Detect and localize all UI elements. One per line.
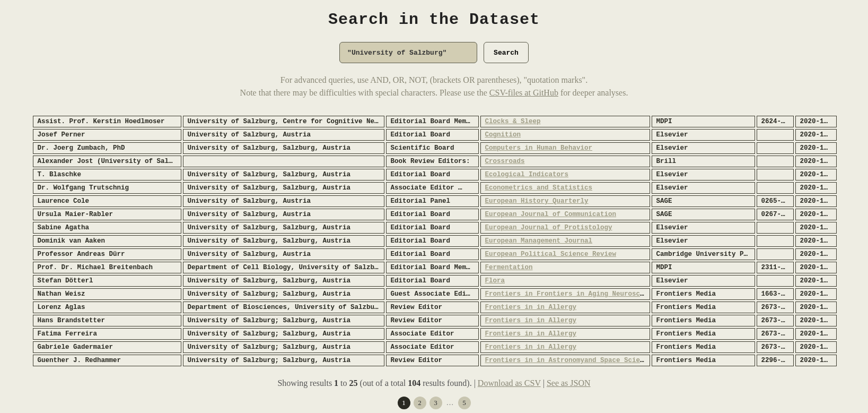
table-row: Alexander Jost (University of SalzburgBo… xyxy=(33,156,837,167)
role-cell: Review Editor xyxy=(386,302,479,313)
csv-github-link[interactable]: CSV-files at GitHub xyxy=(489,88,558,97)
issn-cell xyxy=(757,235,794,247)
journal-cell: European Political Science Review xyxy=(480,248,650,260)
summary-prefix: Showing results xyxy=(277,378,334,388)
editor-cell: Fatima Ferreira xyxy=(33,328,181,340)
table-row: Hans BrandstetterUniversity of Salzburg;… xyxy=(33,315,837,326)
editor-cell: Sabine Agatha xyxy=(33,222,181,234)
journal-link[interactable]: European Journal of Protistology xyxy=(485,224,612,231)
affiliation-cell: University of Salzburg; Salzburg, Austri… xyxy=(183,288,384,300)
see-json-link[interactable]: See as JSON xyxy=(547,378,591,388)
table-row: Dr. Joerg Zumbach, PhDUniversity of Salz… xyxy=(33,142,837,154)
hints-line1: For advanced queries, use AND, OR, NOT, … xyxy=(280,75,588,84)
publisher-cell: Elsevier xyxy=(652,222,755,234)
table-row: Nathan WeiszUniversity of Salzburg; Salz… xyxy=(33,288,837,300)
journal-link[interactable]: Clocks & Sleep xyxy=(485,118,541,125)
editor-cell: Ursula Maier-Rabler xyxy=(33,209,181,220)
journal-link[interactable]: European Management Journal xyxy=(485,237,593,245)
editor-cell: Hans Brandstetter xyxy=(33,315,181,326)
page-3-button[interactable]: 3 xyxy=(429,397,442,409)
journal-cell: Clocks & Sleep xyxy=(480,116,650,127)
search-row: Search xyxy=(31,42,837,63)
publisher-cell: MDPI xyxy=(652,116,755,127)
journal-link[interactable]: Econometrics and Statistics xyxy=(485,184,593,192)
journal-cell: Frontiers in Frontiers in Aging Neurosci… xyxy=(480,288,650,300)
editor-cell: Dr. Joerg Zumbach, PhD xyxy=(33,142,181,154)
affiliation-cell: University of Salzburg, Salzburg, Austri… xyxy=(183,222,384,234)
date-cell: 2020-12-21 xyxy=(795,328,837,340)
journal-link[interactable]: Frontiers in in Allergy xyxy=(485,330,577,338)
search-button[interactable]: Search xyxy=(484,42,529,63)
publisher-cell: Frontiers Media xyxy=(652,328,755,340)
date-cell: 2020-12-14 xyxy=(795,195,837,207)
table-row: Laurence ColeUniversity of Salzburg, Aus… xyxy=(33,195,837,207)
role-cell: Editorial Board xyxy=(386,275,479,287)
journal-cell: Computers in Human Behavior xyxy=(480,142,650,154)
date-cell: 2020-12-16 xyxy=(795,235,837,247)
editor-cell: Guenther J. Redhammer xyxy=(33,355,181,366)
issn-cell: 2624-5175 xyxy=(757,116,794,127)
journal-link[interactable]: Cognition xyxy=(485,131,521,139)
affiliation-cell: University of Salzburg; Salzburg, Austri… xyxy=(183,328,384,340)
download-csv-link[interactable]: Download as CSV xyxy=(478,378,541,388)
publisher-cell: Elsevier xyxy=(652,169,755,180)
table-row: Stefan DötterlUniversity of Salzburg, Sa… xyxy=(33,275,837,287)
table-row: Josef PernerUniversity of Salzburg, Aust… xyxy=(33,129,837,141)
affiliation-cell: University of Salzburg, Centre for Cogni… xyxy=(183,116,384,127)
page-5-button[interactable]: 5 xyxy=(458,397,471,409)
journal-link[interactable]: Computers in Human Behavior xyxy=(485,144,593,152)
journal-cell: Crossroads xyxy=(480,156,650,167)
issn-cell: 2311-5637 xyxy=(757,262,794,273)
date-cell: 2020-12-17 xyxy=(795,116,837,127)
issn-cell xyxy=(757,169,794,180)
table-row: Ursula Maier-RablerUniversity of Salzbur… xyxy=(33,209,837,220)
table-row: Sabine AgathaUniversity of Salzburg, Sal… xyxy=(33,222,837,234)
summary-from: 1 xyxy=(334,378,338,388)
affiliation-cell: Department of Biosciences, University of… xyxy=(183,302,384,313)
role-cell: Editorial Board Members xyxy=(386,116,479,127)
journal-link[interactable]: European Journal of Communication xyxy=(485,211,617,218)
journal-link[interactable]: European Political Science Review xyxy=(485,251,617,258)
journal-cell: Frontiers in in Allergy xyxy=(480,315,650,326)
journal-link[interactable]: Frontiers in in Allergy xyxy=(485,304,577,311)
journal-link[interactable]: Flora xyxy=(485,277,505,285)
hints-line2b: for deeper analyses. xyxy=(558,88,628,97)
publisher-cell: Frontiers Media xyxy=(652,341,755,353)
affiliation-cell: University of Salzburg, Salzburg, Austri… xyxy=(183,182,384,194)
journal-link[interactable]: Crossroads xyxy=(485,158,525,165)
journal-link[interactable]: Ecological Indicators xyxy=(485,171,569,178)
journal-link[interactable]: Frontiers in Frontiers in Aging Neurosci… xyxy=(485,290,650,298)
journal-link[interactable]: Frontiers in in Astronomyand Space Scien… xyxy=(485,357,650,364)
role-cell: Editorial Board xyxy=(386,235,479,247)
journal-link[interactable]: European History Quarterly xyxy=(485,197,589,205)
issn-cell xyxy=(757,156,794,167)
affiliation-cell: University of Salzburg, Austria xyxy=(183,209,384,220)
editor-cell: T. Blaschke xyxy=(33,169,181,180)
date-cell: 2020-12-16 xyxy=(795,275,837,287)
page-2-button[interactable]: 2 xyxy=(414,397,426,409)
affiliation-cell: University of Salzburg, Salzburg, Austri… xyxy=(183,235,384,247)
affiliation-cell xyxy=(183,156,384,167)
role-cell: Editorial Board xyxy=(386,248,479,260)
publisher-cell: Frontiers Media xyxy=(652,288,755,300)
issn-cell: 2296-987X xyxy=(757,355,794,366)
issn-cell xyxy=(757,275,794,287)
date-cell: 2020-12-14 xyxy=(795,248,837,260)
issn-cell xyxy=(757,222,794,234)
page-1-button[interactable]: 1 xyxy=(398,397,410,409)
journal-link[interactable]: Frontiers in in Allergy xyxy=(485,343,577,351)
summary-mid2: (out of a total xyxy=(358,378,408,388)
role-cell: Associate Editor … xyxy=(386,182,479,194)
date-cell: 2020-12-15 xyxy=(795,142,837,154)
affiliation-cell: University of Salzburg; Salzburg, Austri… xyxy=(183,355,384,366)
issn-cell: 0267-3231 xyxy=(757,209,794,220)
search-input[interactable] xyxy=(339,42,477,63)
editor-cell: Laurence Cole xyxy=(33,195,181,207)
date-cell: 2020-12-21 xyxy=(795,302,837,313)
pager: 123…5 xyxy=(31,397,837,409)
date-cell: 2020-12-21 xyxy=(795,315,837,326)
table-row: Assist. Prof. Kerstin HoedlmoserUniversi… xyxy=(33,116,837,127)
journal-link[interactable]: Frontiers in in Allergy xyxy=(485,317,577,324)
journal-link[interactable]: Fermentation xyxy=(485,264,533,271)
issn-cell xyxy=(757,129,794,141)
